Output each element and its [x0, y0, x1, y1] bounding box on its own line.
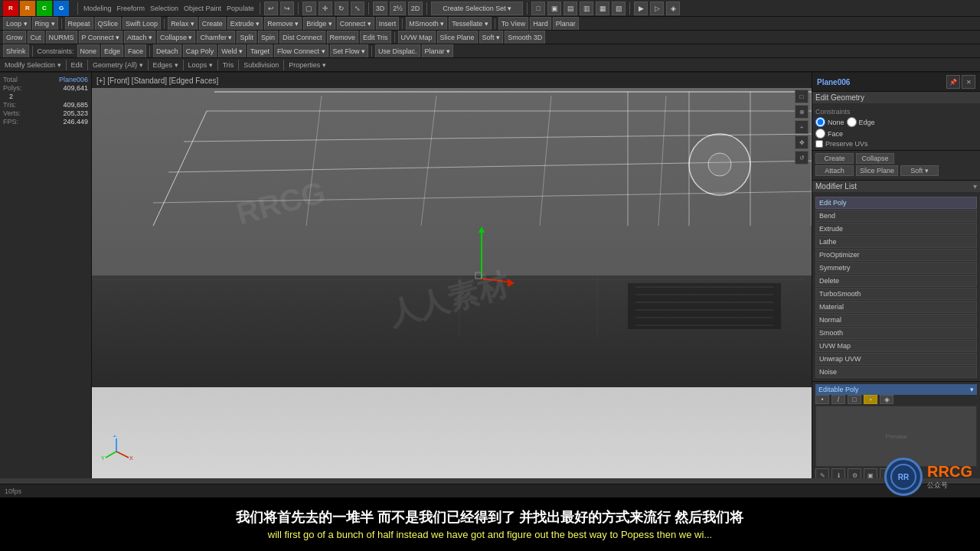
edges-label[interactable]: Edges ▾: [152, 61, 180, 69]
modifier-unwrap[interactable]: Unwrap UVW: [815, 353, 977, 365]
target-btn[interactable]: Target: [247, 44, 273, 58]
planar-btn[interactable]: Planar: [553, 17, 579, 31]
loop-btn[interactable]: Loop ▾: [3, 17, 31, 31]
remove2-btn[interactable]: Remove: [327, 31, 359, 44]
hard-btn[interactable]: Hard: [530, 17, 551, 31]
wire-btn[interactable]: ▤: [564, 2, 577, 15]
modifier-material[interactable]: Material: [815, 301, 977, 313]
swiftloop-btn[interactable]: Swift Loop: [122, 17, 161, 31]
shaded-btn[interactable]: ▥: [580, 2, 593, 15]
panel-close-btn[interactable]: ✕: [962, 75, 975, 89]
uvw-map-btn[interactable]: UVW Map: [398, 31, 436, 44]
panel-pin-btn[interactable]: 📌: [946, 75, 960, 89]
geometry-label[interactable]: Geometry (All) ▾: [91, 61, 145, 69]
modifier-bend[interactable]: Bend: [815, 210, 977, 222]
chamfer-btn[interactable]: Chamfer ▾: [197, 31, 235, 44]
material-btn[interactable]: ◈: [666, 2, 680, 15]
modifier-smooth[interactable]: Smooth: [815, 327, 977, 339]
modifier-normal[interactable]: Normal: [815, 314, 977, 326]
create-selection-btn[interactable]: Create Selection Set ▾: [431, 2, 523, 15]
create-btn-panel[interactable]: Create: [815, 153, 854, 164]
nav-orbit[interactable]: ↺: [795, 151, 808, 165]
modifier-noise[interactable]: Noise: [815, 366, 977, 378]
qslice-btn[interactable]: QSlice: [95, 17, 122, 31]
element-btn[interactable]: ◈: [880, 395, 893, 404]
grow-btn[interactable]: Grow: [3, 31, 26, 44]
extrude-btn[interactable]: Extrude ▾: [227, 17, 263, 31]
detach-btn[interactable]: Detach: [153, 44, 181, 58]
viewport[interactable]: [+] [Front] [Standard] [Edged Faces] □ ⊕…: [92, 73, 812, 478]
modify-sel-label[interactable]: Modify Selection ▾: [3, 61, 63, 69]
snap-btn[interactable]: 3D: [373, 2, 388, 15]
set-flow-btn[interactable]: Set Flow ▾: [330, 44, 369, 58]
edit-label[interactable]: Edit: [70, 61, 85, 69]
connect-btn[interactable]: Connect ▾: [337, 17, 374, 31]
shrink-btn[interactable]: Shrink: [3, 44, 29, 58]
toview-btn[interactable]: To View: [498, 17, 528, 31]
constraint-edge-radio[interactable]: [847, 117, 857, 127]
tool-btn3[interactable]: ⚙: [848, 468, 861, 478]
preserve-uvs-check[interactable]: [815, 140, 823, 148]
create-btn[interactable]: Create: [199, 17, 226, 31]
snap3-btn[interactable]: 2D: [408, 2, 423, 15]
tessellate2-btn[interactable]: Tessellate ▾: [449, 17, 492, 31]
edit-tris-btn[interactable]: Edit Tris: [360, 31, 391, 44]
pconnect-btn[interactable]: P Connect ▾: [79, 31, 122, 44]
slice-plane-btn-panel[interactable]: Slice Plane: [856, 165, 898, 176]
slice-plane-btn[interactable]: Slice Plane: [437, 31, 478, 44]
constraint-none-radio[interactable]: [815, 117, 825, 127]
repeat-btn[interactable]: Repeat: [65, 17, 93, 31]
cap-poly-btn[interactable]: Cap Poly: [183, 44, 217, 58]
tex-btn[interactable]: ▦: [596, 2, 609, 15]
menu-freeform[interactable]: Freeform: [116, 5, 147, 12]
bridge-btn[interactable]: Bridge ▾: [303, 17, 335, 31]
layer-btn[interactable]: ▣: [547, 2, 561, 15]
tool-btn4[interactable]: ▣: [864, 468, 877, 478]
move-btn[interactable]: ✛: [318, 2, 332, 15]
modifier-extrude[interactable]: Extrude: [815, 223, 977, 235]
remove-btn[interactable]: Remove ▾: [264, 17, 302, 31]
constraints-none-btn[interactable]: None: [77, 44, 100, 58]
smooth3d-btn[interactable]: Smooth 3D: [505, 31, 545, 44]
menu-selection[interactable]: Selection: [149, 5, 180, 12]
use-displac-btn[interactable]: Use Displac.: [375, 44, 420, 58]
flow-connect-btn[interactable]: Flow Connect ▾: [274, 44, 328, 58]
render2-btn[interactable]: ▷: [650, 2, 664, 15]
modifier-turbosmooth[interactable]: TurboSmooth: [815, 288, 977, 300]
collapse-btn-panel[interactable]: Collapse: [856, 153, 894, 164]
properties-label[interactable]: Properties ▾: [287, 61, 328, 69]
rotate-btn[interactable]: ↻: [335, 2, 348, 15]
split-btn[interactable]: Split: [237, 31, 256, 44]
border-btn[interactable]: □: [848, 395, 861, 404]
nav-maximize[interactable]: □: [795, 90, 808, 103]
nav-zoom-ext[interactable]: ⊕: [795, 105, 808, 119]
select-btn[interactable]: ▢: [302, 2, 316, 15]
insert-btn[interactable]: Insert: [376, 17, 400, 31]
attach-btn-panel[interactable]: Attach: [815, 165, 854, 176]
collapse-btn[interactable]: Collapse ▾: [157, 31, 196, 44]
constraints-face-btn[interactable]: Face: [125, 44, 146, 58]
nav-zoom[interactable]: +: [795, 120, 808, 134]
tris-label[interactable]: Tris: [221, 61, 236, 69]
tool-btn1[interactable]: ✎: [815, 468, 829, 478]
undo-btn[interactable]: ↩: [264, 2, 278, 15]
loops-label[interactable]: Loops ▾: [187, 61, 214, 69]
modifier-uvw[interactable]: UVW Map: [815, 340, 977, 352]
relax-btn[interactable]: Relax ▾: [168, 17, 198, 31]
render-btn[interactable]: ▶: [634, 2, 648, 15]
menu-object-paint[interactable]: Object Paint: [182, 5, 223, 12]
soft-btn[interactable]: Soft ▾: [479, 31, 504, 44]
poly-btn[interactable]: ▪: [864, 395, 877, 404]
named-sel-btn[interactable]: □: [531, 2, 545, 15]
planar2-btn[interactable]: Planar ▾: [422, 44, 454, 58]
soft2-btn[interactable]: Soft ▾: [900, 165, 939, 176]
attach-btn[interactable]: Attach ▾: [124, 31, 155, 44]
redo-btn[interactable]: ↪: [280, 2, 294, 15]
nav-pan[interactable]: ✥: [795, 135, 808, 149]
ring-btn[interactable]: Ring ▾: [32, 17, 58, 31]
modifier-edit-poly[interactable]: Edit Poly: [815, 197, 977, 209]
msmooth2-btn[interactable]: MSmooth ▾: [406, 17, 447, 31]
cut-btn[interactable]: Cut: [28, 31, 44, 44]
weld-btn[interactable]: Weld ▾: [218, 44, 246, 58]
subdivision-label[interactable]: Subdivision: [242, 61, 280, 69]
